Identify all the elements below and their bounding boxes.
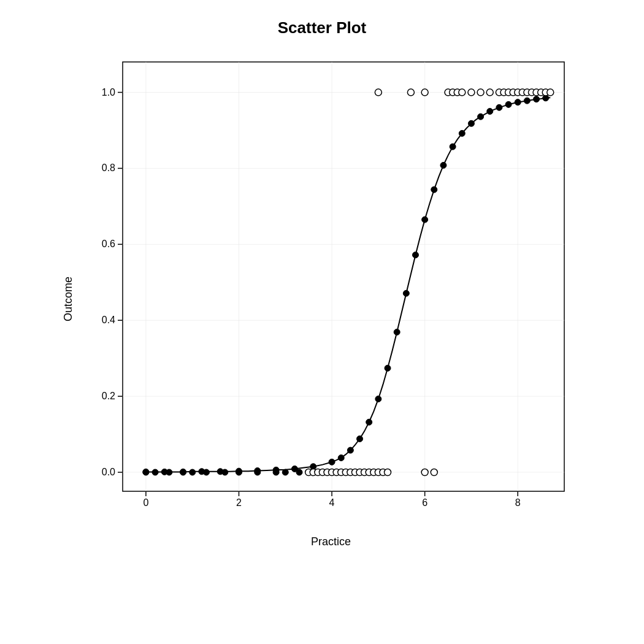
svg-point-64 bbox=[505, 101, 512, 107]
svg-point-90 bbox=[486, 89, 493, 96]
svg-text:8: 8 bbox=[515, 497, 520, 508]
chart-area: Outcome 0.00.20.40.60.81.002468 Practice bbox=[62, 50, 583, 548]
svg-point-121 bbox=[421, 469, 428, 476]
y-axis-label: Outcome bbox=[62, 277, 75, 321]
svg-point-83 bbox=[421, 89, 428, 96]
svg-point-120 bbox=[384, 469, 391, 476]
svg-point-55 bbox=[421, 217, 427, 223]
svg-text:1.0: 1.0 bbox=[101, 87, 115, 98]
svg-point-63 bbox=[496, 104, 502, 110]
svg-point-78 bbox=[273, 469, 279, 475]
svg-text:0: 0 bbox=[143, 497, 148, 508]
svg-point-54 bbox=[412, 252, 418, 258]
svg-point-79 bbox=[282, 469, 288, 475]
svg-text:0.8: 0.8 bbox=[101, 163, 115, 173]
svg-point-45 bbox=[329, 459, 335, 465]
svg-point-57 bbox=[440, 162, 446, 168]
svg-wrapper: 0.00.20.40.60.81.002468 Practice bbox=[80, 50, 583, 548]
svg-point-71 bbox=[166, 469, 172, 475]
svg-point-62 bbox=[486, 109, 493, 115]
svg-text:6: 6 bbox=[422, 497, 427, 508]
svg-point-102 bbox=[546, 89, 553, 96]
svg-text:0.0: 0.0 bbox=[101, 467, 115, 477]
chart-title: Scatter Plot bbox=[278, 18, 367, 37]
svg-point-81 bbox=[375, 89, 381, 96]
svg-point-66 bbox=[524, 98, 530, 104]
chart-container: Scatter Plot Outcome 0.00.20.40.60.81.00… bbox=[0, 0, 644, 644]
svg-point-49 bbox=[366, 419, 372, 425]
svg-text:0.2: 0.2 bbox=[101, 391, 115, 401]
svg-point-87 bbox=[458, 89, 465, 96]
svg-point-46 bbox=[338, 454, 344, 461]
svg-point-59 bbox=[459, 130, 465, 136]
scatter-plot-svg: 0.00.20.40.60.81.002468 bbox=[80, 50, 583, 528]
svg-point-82 bbox=[407, 89, 414, 96]
svg-point-122 bbox=[431, 469, 437, 476]
svg-text:0.6: 0.6 bbox=[101, 239, 115, 249]
svg-point-89 bbox=[477, 89, 484, 96]
svg-point-60 bbox=[468, 120, 474, 126]
svg-point-77 bbox=[254, 469, 260, 475]
svg-point-58 bbox=[450, 144, 456, 150]
svg-point-69 bbox=[142, 469, 148, 475]
svg-point-88 bbox=[467, 89, 474, 96]
svg-point-52 bbox=[394, 329, 400, 335]
svg-text:4: 4 bbox=[329, 497, 334, 508]
svg-point-47 bbox=[347, 447, 353, 453]
svg-text:0.4: 0.4 bbox=[101, 315, 115, 325]
svg-point-70 bbox=[152, 469, 158, 475]
svg-point-72 bbox=[180, 469, 186, 475]
svg-point-74 bbox=[203, 469, 209, 475]
svg-text:2: 2 bbox=[236, 497, 242, 508]
svg-point-75 bbox=[221, 469, 228, 475]
svg-point-50 bbox=[375, 396, 381, 402]
svg-point-53 bbox=[403, 290, 409, 296]
svg-point-73 bbox=[189, 469, 195, 475]
svg-point-56 bbox=[431, 186, 437, 193]
svg-point-51 bbox=[385, 365, 391, 371]
svg-point-48 bbox=[356, 436, 362, 442]
svg-point-61 bbox=[477, 113, 483, 120]
svg-point-80 bbox=[296, 469, 302, 475]
svg-point-65 bbox=[515, 99, 521, 105]
x-axis-label: Practice bbox=[80, 535, 583, 548]
svg-point-67 bbox=[533, 96, 539, 102]
svg-point-76 bbox=[236, 469, 242, 475]
svg-rect-1 bbox=[123, 62, 564, 491]
